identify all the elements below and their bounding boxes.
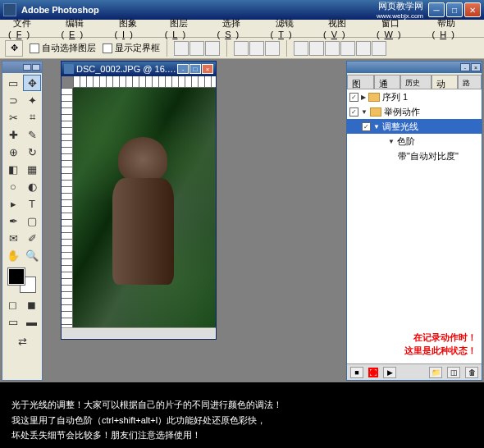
foreground-swatch[interactable]	[8, 268, 25, 285]
move-tool[interactable]: ✥	[23, 75, 41, 91]
menu-filter[interactable]: 滤镜(T)	[266, 16, 318, 41]
gradient-tool[interactable]: ▦	[23, 161, 41, 177]
doc-maximize[interactable]: □	[189, 64, 201, 74]
toolbox-titlebar[interactable]	[2, 62, 42, 73]
distribute-icon[interactable]	[249, 41, 264, 56]
lasso-tool[interactable]: ⊃	[4, 92, 22, 108]
close-icon[interactable]	[32, 64, 40, 71]
tab-paths[interactable]: 路径	[458, 75, 482, 89]
action-row[interactable]: ✓ ▶ 序列 1	[347, 89, 482, 104]
auto-select-checkbox[interactable]: 自动选择图层	[30, 42, 96, 54]
color-swatches[interactable]	[8, 268, 36, 293]
brush-tool[interactable]: ✎	[23, 126, 41, 143]
action-label: 调整光线	[382, 121, 418, 133]
folder-icon	[368, 93, 380, 102]
action-row[interactable]: ✓ ▼ 举例动作	[347, 104, 482, 119]
stamp-tool[interactable]: ⊕	[4, 144, 22, 160]
crop-tool[interactable]: ✂	[4, 109, 22, 126]
trash-button[interactable]: 🗑	[465, 367, 478, 378]
doc-minimize[interactable]: -	[177, 64, 189, 74]
align-icon[interactable]	[174, 41, 189, 56]
path-tool[interactable]: ▸	[4, 195, 22, 212]
workspace: ▭ ✥ ⊃ ✦ ✂ ⌗ ✚ ✎ ⊕ ↻ ◧ ▦ ○ ◐ ▸ T ✒ ▢ ✉ ✐ …	[0, 59, 484, 382]
panel-tabs: 图层 通道 历史记 动作 路径	[347, 73, 482, 89]
pen-tool[interactable]: ✒	[4, 213, 22, 229]
new-set-button[interactable]: 📁	[429, 367, 442, 378]
history-brush-tool[interactable]: ↻	[23, 144, 41, 160]
marquee-tool[interactable]: ▭	[4, 75, 22, 91]
menu-select[interactable]: 选择(S)	[212, 16, 266, 41]
record-button[interactable]	[368, 368, 378, 377]
menu-bar: 文件(F) 编辑(E) 图象(I) 图层(L) 选择(S) 滤镜(T) 视图(V…	[0, 20, 484, 38]
actions-footer: ■ ▶ 📁 ◫ 🗑	[347, 363, 482, 380]
collapse-icon[interactable]: ▼	[388, 138, 395, 145]
toggle-icon[interactable]: ✓	[349, 107, 358, 117]
move-tool-preset[interactable]: ✥	[5, 40, 23, 57]
ruler-vertical[interactable]	[62, 88, 73, 327]
heal-tool[interactable]: ✚	[4, 126, 22, 143]
notes-tool[interactable]: ✉	[4, 230, 22, 246]
doc-close[interactable]: ×	[202, 64, 213, 74]
document-titlebar[interactable]: DSC_0002.JPG @ 16.7%(... - □ ×	[62, 62, 216, 76]
align-icon[interactable]	[189, 41, 204, 56]
distribute-icon[interactable]	[234, 41, 249, 56]
canvas-area: DSC_0002.JPG @ 16.7%(... - □ ×	[44, 59, 345, 382]
stop-button[interactable]: ■	[350, 367, 363, 378]
zoom-tool[interactable]: 🔍	[23, 247, 41, 263]
eyedropper-tool[interactable]: ✐	[23, 230, 41, 246]
distribute-icon[interactable]	[356, 41, 371, 56]
show-bounds-checkbox[interactable]: 显示定界框	[103, 42, 160, 54]
action-step-row[interactable]: ▼ 色阶	[347, 134, 482, 149]
minimize-icon[interactable]	[23, 64, 31, 71]
distribute-icon[interactable]	[265, 41, 280, 56]
collapse-icon[interactable]: ▼	[361, 108, 368, 116]
menu-edit[interactable]: 编辑(E)	[56, 16, 109, 41]
toggle-icon[interactable]: ✓	[349, 93, 358, 102]
menu-window[interactable]: 窗口(W)	[372, 16, 427, 41]
action-label: 带"自动对比度"	[398, 150, 459, 162]
menu-view[interactable]: 视图(V)	[318, 16, 372, 41]
menu-image[interactable]: 图象(I)	[109, 16, 159, 41]
tab-history[interactable]: 历史记	[400, 75, 431, 89]
blur-tool[interactable]: ○	[4, 178, 22, 194]
align-icon[interactable]	[205, 41, 220, 56]
panel-minimize[interactable]: -	[460, 63, 470, 71]
wand-tool[interactable]: ✦	[23, 92, 41, 108]
screenmode-1[interactable]: ▭	[4, 313, 22, 330]
type-tool[interactable]: T	[23, 195, 41, 212]
shape-tool[interactable]: ▢	[23, 213, 41, 229]
panel-close[interactable]: ×	[471, 63, 481, 71]
distribute-buttons-2	[294, 41, 386, 56]
menu-layer[interactable]: 图层(L)	[160, 16, 212, 41]
expand-icon[interactable]: ▶	[361, 94, 366, 101]
menu-help[interactable]: 帮助(H)	[427, 16, 482, 41]
jump-to-iw[interactable]: ⇄	[6, 333, 39, 350]
eraser-tool[interactable]: ◧	[4, 161, 22, 177]
canvas[interactable]	[73, 88, 216, 327]
play-button[interactable]: ▶	[383, 367, 396, 378]
dodge-tool[interactable]: ◐	[23, 178, 41, 194]
new-action-button[interactable]: ◫	[447, 367, 460, 378]
separator	[286, 40, 287, 57]
quickmask-on[interactable]: ◼	[23, 296, 41, 313]
ruler-horizontal[interactable]	[73, 76, 216, 88]
distribute-icon[interactable]	[325, 41, 340, 56]
action-row-selected[interactable]: ✓ ▼ 调整光线	[347, 119, 482, 134]
menu-file[interactable]: 文件(F)	[3, 16, 56, 41]
tab-layers[interactable]: 图层	[347, 75, 374, 89]
tab-channels[interactable]: 通道	[374, 75, 401, 89]
panel-titlebar[interactable]: - ×	[347, 62, 482, 73]
scrollbar-horizontal[interactable]	[62, 327, 216, 339]
distribute-icon[interactable]	[340, 41, 355, 56]
slice-tool[interactable]: ⌗	[23, 109, 41, 126]
distribute-icon[interactable]	[294, 41, 308, 56]
toggle-icon[interactable]: ✓	[362, 122, 371, 131]
tab-actions[interactable]: 动作	[431, 75, 459, 89]
quickmask-off[interactable]: ◻	[4, 296, 22, 313]
screenmode-2[interactable]: ▬	[23, 313, 41, 330]
collapse-icon[interactable]: ▼	[373, 123, 380, 130]
distribute-icon[interactable]	[372, 41, 386, 56]
distribute-icon[interactable]	[309, 41, 324, 56]
action-step-row[interactable]: 带"自动对比度"	[347, 149, 482, 163]
hand-tool[interactable]: ✋	[4, 247, 22, 263]
